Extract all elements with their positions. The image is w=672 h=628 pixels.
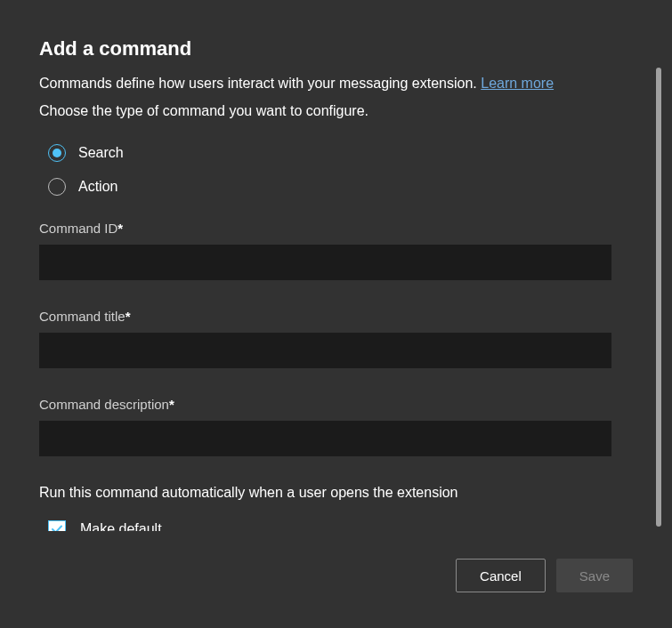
dialog-title: Add a command bbox=[39, 37, 611, 60]
scrollbar[interactable] bbox=[656, 68, 661, 527]
field-label: Command ID* bbox=[39, 221, 611, 236]
dialog-description: Commands define how users interact with … bbox=[39, 73, 611, 94]
dialog-footer: Cancel Save bbox=[0, 541, 672, 628]
radio-label: Action bbox=[78, 179, 117, 195]
checkmark-icon bbox=[51, 523, 63, 531]
checkbox-checked-icon bbox=[48, 520, 66, 531]
command-description-input[interactable] bbox=[39, 421, 611, 456]
required-asterisk-icon: * bbox=[117, 221, 123, 236]
command-id-field: Command ID* bbox=[39, 221, 611, 280]
auto-run-section-label: Run this command automatically when a us… bbox=[39, 485, 611, 501]
command-type-radio-group: Search Action bbox=[39, 144, 611, 196]
learn-more-link[interactable]: Learn more bbox=[481, 76, 554, 91]
radio-selected-icon bbox=[48, 144, 66, 162]
field-label: Command description* bbox=[39, 397, 611, 412]
dialog-subdescription: Choose the type of command you want to c… bbox=[39, 103, 611, 119]
save-button[interactable]: Save bbox=[556, 559, 633, 592]
required-asterisk-icon: * bbox=[169, 397, 174, 412]
description-text: Commands define how users interact with … bbox=[39, 76, 481, 91]
radio-unselected-icon bbox=[48, 178, 66, 196]
label-text: Command title bbox=[39, 309, 125, 324]
command-title-input[interactable] bbox=[39, 333, 611, 368]
required-asterisk-icon: * bbox=[125, 309, 131, 324]
cancel-button[interactable]: Cancel bbox=[456, 559, 546, 592]
radio-label: Search bbox=[78, 145, 124, 161]
radio-action[interactable]: Action bbox=[39, 178, 611, 196]
command-title-field: Command title* bbox=[39, 309, 611, 368]
command-id-input[interactable] bbox=[39, 245, 611, 280]
checkbox-label: Make default bbox=[80, 521, 162, 531]
dialog-content: Add a command Commands define how users … bbox=[0, 0, 672, 541]
radio-inner-dot-icon bbox=[53, 149, 61, 157]
scroll-region: Add a command Commands define how users … bbox=[39, 37, 633, 531]
label-text: Command ID bbox=[39, 221, 117, 236]
command-description-field: Command description* bbox=[39, 397, 611, 456]
radio-search[interactable]: Search bbox=[39, 144, 611, 162]
label-text: Command description bbox=[39, 397, 169, 412]
cutoff-region: Make default bbox=[39, 520, 611, 531]
make-default-checkbox-row[interactable]: Make default bbox=[39, 520, 611, 531]
add-command-dialog: Add a command Commands define how users … bbox=[0, 0, 672, 628]
field-label: Command title* bbox=[39, 309, 611, 324]
